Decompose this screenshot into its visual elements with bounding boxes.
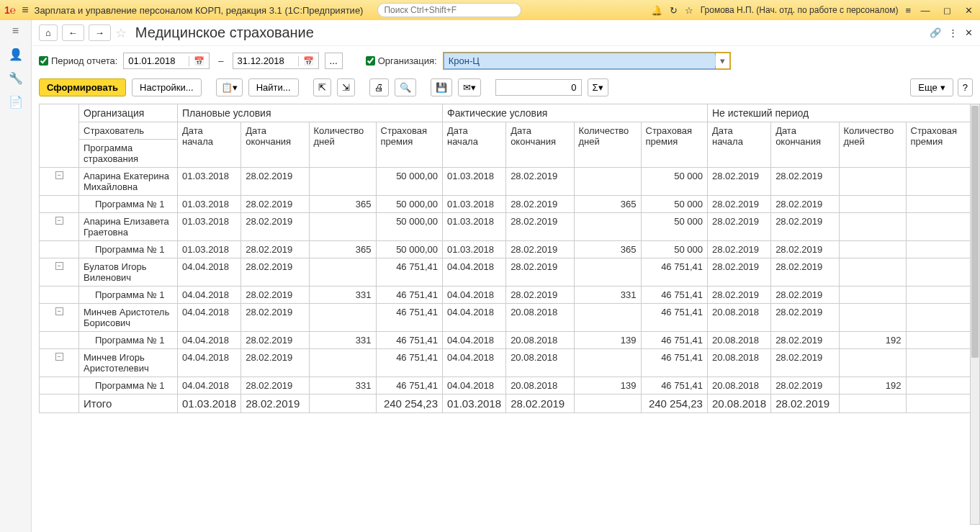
vertical-scrollbar[interactable]	[970, 104, 980, 525]
history-icon[interactable]: ↻	[670, 5, 678, 16]
page-title: Медицинское страхование	[135, 24, 314, 41]
col-fact-group: Фактические условия	[442, 104, 707, 122]
print-button[interactable]: 🖨	[369, 78, 389, 96]
save-button[interactable]: 💾	[431, 78, 452, 96]
global-search-input[interactable]	[377, 3, 521, 17]
maximize-button[interactable]: ◻	[940, 5, 954, 16]
collapse-icon[interactable]: −	[55, 171, 63, 179]
total-row: Итого 01.03.2018 28.02.2019 240 254,23 0…	[40, 395, 973, 413]
app-logo: 1℮	[4, 4, 16, 16]
table-row[interactable]: −Булатов Игорь Виленович04.04.201828.02.…	[40, 258, 973, 287]
collapse-icon[interactable]: −	[55, 262, 63, 270]
table-row[interactable]: Программа № 104.04.201828.02.201933146 7…	[40, 377, 973, 395]
table-row[interactable]: Программа № 104.04.201828.02.201933146 7…	[40, 332, 973, 349]
app-title: Зарплата и управление персоналом КОРП, р…	[35, 5, 364, 16]
expand-button[interactable]: ⇱	[313, 78, 331, 96]
minimize-button[interactable]: —	[918, 5, 932, 16]
sum-input[interactable]	[495, 79, 582, 96]
date-to-field[interactable]: 📅	[233, 53, 319, 69]
date-from-field[interactable]: 📅	[123, 53, 210, 69]
col-org: Организация	[79, 104, 178, 122]
table-row[interactable]: Программа № 101.03.201828.02.201936550 0…	[40, 196, 973, 213]
table-row[interactable]: Программа № 104.04.201828.02.201933146 7…	[40, 287, 973, 304]
col-program: Программа страхования	[79, 140, 178, 168]
col-plan-group: Плановые условия	[178, 104, 443, 122]
period-checkbox[interactable]: Период отчета:	[39, 55, 117, 66]
page-header: ⌂ ← → ☆ Медицинское страхование 🔗 ⋮ ✕	[32, 20, 980, 46]
table-row[interactable]: −Апарина Елизавета Граетовна01.03.201828…	[40, 213, 973, 241]
form-button[interactable]: Сформировать	[39, 78, 126, 96]
sidebar-tools-icon[interactable]: 🔧	[9, 71, 23, 85]
more-button[interactable]: Еще ▾	[910, 78, 953, 96]
sidebar-menu-icon[interactable]: ≡	[12, 24, 19, 37]
org-field[interactable]: ▾	[443, 52, 731, 70]
more-icon[interactable]: ⋮	[948, 27, 958, 38]
forward-button[interactable]: →	[89, 24, 111, 41]
col-remain-group: Не истекший период	[707, 104, 972, 122]
date-from-input[interactable]	[124, 53, 189, 68]
preview-button[interactable]: 🔍	[395, 78, 416, 96]
sum-button[interactable]: Σ▾	[588, 78, 608, 96]
find-button[interactable]: Найти...	[248, 78, 299, 96]
org-checkbox[interactable]: Организация:	[366, 55, 437, 66]
table-row[interactable]: Программа № 101.03.201828.02.201936550 0…	[40, 241, 973, 258]
collapse-icon[interactable]: −	[55, 353, 63, 361]
period-select-button[interactable]: ...	[325, 53, 343, 69]
collapse-button[interactable]: ⇲	[337, 78, 355, 96]
help-button[interactable]: ?	[958, 78, 973, 96]
col-insurer: Страхователь	[79, 122, 178, 140]
global-search[interactable]	[377, 3, 521, 17]
mail-button[interactable]: ✉▾	[458, 78, 481, 96]
dropdown-icon[interactable]: ▾	[715, 55, 729, 66]
bell-icon[interactable]: 🔔	[651, 5, 662, 16]
sidebar: ≡ 👤 🔧 📄	[0, 20, 32, 532]
star-icon[interactable]: ☆	[685, 5, 693, 16]
main-menu-icon[interactable]: ≡	[22, 4, 28, 17]
home-button[interactable]: ⌂	[39, 24, 58, 41]
table-row[interactable]: −Апарина Екатерина Михайловна01.03.20182…	[40, 168, 973, 196]
report-grid[interactable]: Организация Плановые условия Фактические…	[32, 104, 980, 532]
sidebar-docs-icon[interactable]: 📄	[9, 95, 23, 109]
table-row[interactable]: −Минчев Игорь Аристотелевич04.04.201828.…	[40, 349, 973, 377]
current-user[interactable]: Громова Н.П. (Нач. отд. по работе с перс…	[701, 5, 899, 15]
filters-bar: Период отчета: 📅 – 📅 ... Организация: ▾	[32, 46, 980, 76]
user-menu-icon[interactable]: ≡	[905, 5, 911, 16]
sidebar-user-icon[interactable]: 👤	[9, 48, 23, 61]
table-row[interactable]: −Минчев Аристотель Борисович04.04.201828…	[40, 304, 973, 332]
calendar-icon[interactable]: 📅	[189, 56, 209, 66]
calendar-icon[interactable]: 📅	[298, 56, 318, 66]
collapse-icon[interactable]: −	[55, 217, 63, 225]
close-button[interactable]: ✕	[961, 5, 976, 16]
date-to-input[interactable]	[233, 53, 298, 68]
copy-button[interactable]: 📋▾	[216, 78, 243, 96]
toolbar: Сформировать Настройки... 📋▾ Найти... ⇱ …	[32, 76, 980, 104]
link-icon[interactable]: 🔗	[930, 27, 941, 38]
settings-button[interactable]: Настройки...	[132, 78, 202, 96]
favorite-icon[interactable]: ☆	[115, 25, 127, 41]
close-tab-icon[interactable]: ✕	[965, 27, 973, 38]
back-button[interactable]: ←	[62, 24, 84, 41]
collapse-icon[interactable]: −	[55, 307, 63, 315]
org-input[interactable]	[444, 53, 715, 68]
titlebar: 1℮ ≡ Зарплата и управление персоналом КО…	[0, 0, 980, 20]
